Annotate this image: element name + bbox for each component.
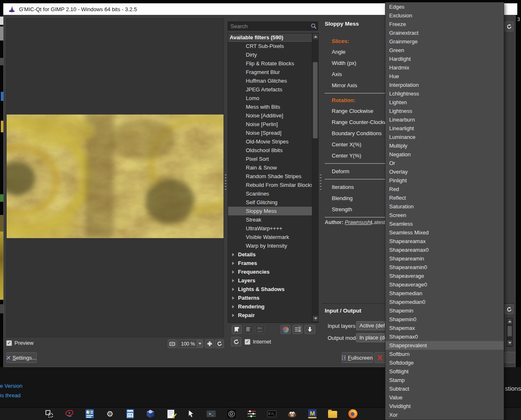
filter-item[interactable]: Scanlines [228,189,312,198]
dropdown-item[interactable]: Softdodge [385,358,504,367]
filter-category[interactable]: Details [228,250,312,259]
scrollbar-thumb[interactable] [313,62,318,138]
filter-item[interactable]: Huffman Glitches [228,76,312,85]
dropdown-item[interactable]: Exclusion [385,11,504,20]
dropdown-item[interactable]: Lightness [385,107,504,115]
dropdown-item[interactable]: Pinlight [385,176,504,185]
dropdown-item[interactable]: Xor [385,410,504,419]
filter-item[interactable]: Self Glitching [228,198,312,207]
filter-category[interactable]: Frequencies [228,267,312,276]
add-favorite-button[interactable] [232,325,242,334]
notepad-icon[interactable] [166,409,176,419]
filter-item[interactable]: Rebuild From Similar Blocks [228,181,312,189]
remove-favorite-button[interactable] [243,325,253,334]
filter-item[interactable]: Fragment Blur [228,68,312,76]
filter-category[interactable]: Layers [228,276,312,285]
filter-item[interactable]: JPEG Artefacts [228,85,312,94]
rename-favorite-button[interactable]: Abc▭▭ [255,325,265,334]
dropdown-item[interactable]: Negation [385,150,504,159]
dropdown-item[interactable]: Subtract [385,384,504,393]
satellite-icon[interactable] [64,409,74,419]
settings-gear-icon[interactable]: ⚙ [105,409,115,419]
filter-item[interactable]: Streak [228,215,312,224]
zoom-out-button[interactable] [168,339,177,348]
dropdown-item[interactable]: Reflect [385,193,504,202]
splitter-handle[interactable] [225,174,226,190]
filter-item[interactable]: Sloppy Mess [228,207,312,215]
calculator-icon[interactable] [125,409,135,419]
dropdown-item[interactable]: Freeze [385,20,504,29]
filter-category[interactable]: Frames [228,259,312,267]
dropdown-item[interactable]: Grainmerge [385,37,504,46]
filter-item[interactable]: Warp by Intensity [228,241,312,250]
filter-item[interactable]: CRT Sub-Pixels [228,42,312,50]
ok-button-fragment[interactable] [504,352,516,363]
dropdown-item[interactable]: Green [385,46,504,55]
color-theme-button[interactable] [281,325,290,334]
cursor-icon[interactable] [186,409,196,419]
zoom-in-button[interactable] [205,339,214,348]
io-scrollbar[interactable] [507,318,513,347]
dropdown-item[interactable]: Interpolation [385,81,504,89]
file-explorer-icon[interactable] [328,409,338,419]
dropdown-item[interactable]: Shapemax0 [385,332,504,341]
dropdown-item[interactable]: Hardlight [385,55,504,63]
dropdown-item[interactable]: Lighten [385,98,504,107]
dropdown-item[interactable]: Shapeareamin [385,254,504,263]
dropdown-item[interactable]: Luminance [385,133,504,141]
dropdown-item[interactable]: Screen [385,211,504,220]
scroll-up-button[interactable] [507,318,512,325]
filter-item[interactable]: Rain & Snow [228,163,312,172]
dropdown-item[interactable]: Lchlightness [385,89,504,98]
scroll-up-button[interactable] [312,33,319,40]
filter-list-header[interactable]: Available filters (590) [228,33,312,42]
m-app-icon[interactable]: M [307,409,317,419]
dropdown-item[interactable]: Shapeaverage0 [385,280,504,289]
virtualbox-icon[interactable] [145,409,155,419]
expand-collapse-button[interactable] [305,325,315,334]
filter-category[interactable]: Lights & Shadows [228,285,312,294]
dropdown-item[interactable]: Overlay [385,167,504,176]
dropdown-item[interactable]: Shapemin [385,306,504,315]
background-link-thread[interactable]: is thread [0,392,21,399]
scroll-down-button[interactable] [507,340,512,346]
filter-item[interactable]: Dirty [228,50,312,59]
background-link-version[interactable]: e Version [0,383,22,389]
command-prompt-icon[interactable]: C:\_ [267,409,277,419]
dropdown-item[interactable]: Softlight [385,367,504,376]
fullscreen-button[interactable]: Fullscreen [342,352,373,363]
dropdown-item[interactable]: Shapeareamax0 [385,246,504,254]
dropdown-item[interactable]: Seamless Mixed [385,228,504,237]
filter-item[interactable]: Lomo [228,94,312,103]
filter-category[interactable]: Patterns [228,294,312,302]
report-icon[interactable] [85,409,95,419]
dropdown-item[interactable]: Vividlight [385,402,504,410]
dropdown-item[interactable]: Saturation [385,202,504,211]
reset-parameters-button[interactable] [504,21,514,31]
firefox-icon[interactable] [348,409,358,419]
omega-icon[interactable]: Ω [226,409,236,419]
internet-checkbox[interactable]: ✓ [245,339,250,345]
dropdown-item[interactable]: Shapemedian0 [385,298,504,306]
filter-item[interactable]: Noise [Perlin] [228,120,312,129]
author-link[interactable]: Prawnsushi [345,220,372,225]
dropdown-item[interactable]: Shapemedian [385,289,504,298]
dropdown-item[interactable]: Hue [385,72,504,81]
filter-item[interactable]: Old-Movie Stripes [228,137,312,146]
dropdown-item[interactable]: Value [385,393,504,402]
reset-zoom-button[interactable] [215,339,224,348]
filter-item[interactable]: Noise [Spread] [228,129,312,137]
filter-item[interactable]: Flip & Rotate Blocks [228,59,312,68]
settings-button[interactable]: Settings... [6,352,37,363]
search-input[interactable] [228,21,318,31]
dropdown-item[interactable]: Shapeareamax [385,237,504,246]
filter-list-scrollbar[interactable] [312,33,318,322]
filter-item[interactable]: Noise [Additive] [228,111,312,120]
filter-visibility-button[interactable] [293,325,302,334]
filter-category[interactable]: Repair [228,311,312,320]
dropdown-item[interactable]: Hardmix [385,63,504,72]
io-reset-button[interactable] [504,304,514,314]
dropdown-item[interactable]: Multiply [385,141,504,150]
dropdown-item[interactable]: Stamp [385,376,504,384]
dropdown-item[interactable]: Softburn [385,350,504,358]
